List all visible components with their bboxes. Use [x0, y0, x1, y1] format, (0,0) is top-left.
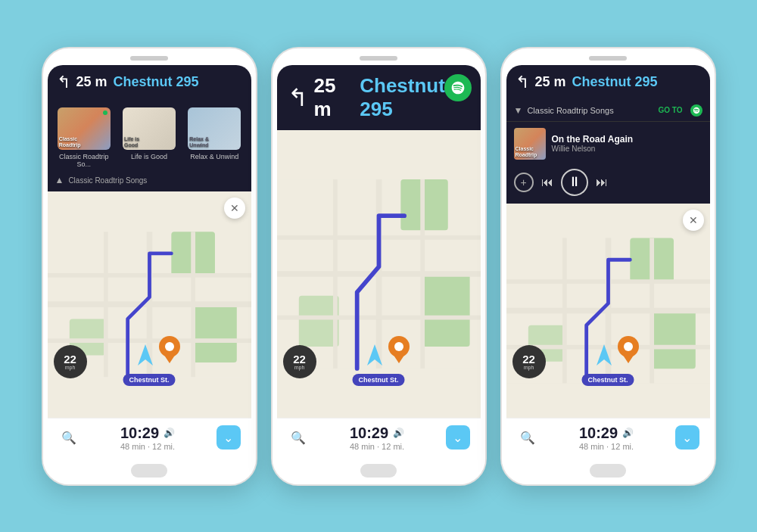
map-area-1: 22 mph Chestnut St. ✕ [48, 191, 251, 417]
home-btn-1[interactable] [131, 464, 167, 478]
chevron-up-icon-1: ▲ [55, 175, 64, 185]
spotify-panel-1: ClassicRoadtrip Classic Roadtrip So... L… [48, 100, 251, 192]
street-label-1: Chestnut St. [123, 374, 176, 386]
map-area-2: 22 mph Chestnut St. [277, 130, 481, 418]
close-btn-1[interactable]: ✕ [224, 198, 245, 219]
eta-3: 48 min · 12 mi. [579, 442, 634, 451]
speed-bubble-1: 22 mph [54, 345, 87, 378]
speed-bubble-2: 22 mph [283, 345, 316, 378]
home-btn-3[interactable] [590, 464, 626, 478]
prev-btn[interactable]: ⏮ [541, 176, 553, 189]
playlist-thumb-0: ClassicRoadtrip [58, 107, 111, 150]
chevron-down-icon-spotify: ▼ [514, 105, 523, 116]
add-to-playlist-btn[interactable]: + [514, 173, 534, 192]
turn-icon-3: ↰ [516, 73, 529, 92]
svg-point-26 [394, 342, 403, 351]
thumb-text-2: Relax &Unwind [189, 136, 209, 148]
street-label-3: Chestnut St. [582, 374, 634, 386]
spotify-green-icon[interactable] [690, 104, 702, 117]
search-icon-2[interactable]: 🔍 [288, 427, 309, 448]
spotify-badge-2[interactable] [444, 74, 472, 101]
next-btn[interactable]: ⏭ [596, 176, 608, 189]
svg-marker-41 [622, 354, 634, 363]
svg-marker-27 [393, 354, 405, 363]
map-area-3: 22 mph Chestnut St. ✕ [506, 204, 710, 418]
phone-1: ↰ 25 m Chestnut 295 ClassicRoadtrip Clas… [42, 47, 257, 486]
phone-speaker-1 [130, 56, 168, 61]
svg-marker-10 [138, 344, 153, 366]
nav-header-3: ↰ 25 m Chestnut 295 [506, 65, 710, 100]
playlist-item-2[interactable]: Relax &Unwind Relax & Unwind [187, 107, 241, 170]
nav-arrow-3 [597, 344, 612, 369]
bottom-bar-1: 🔍 10:29 🔊 48 min · 12 mi. ⌄ [48, 418, 251, 457]
controls-row: + ⏮ ⏸ ⏭ [506, 166, 710, 204]
search-icon-1[interactable]: 🔍 [58, 427, 79, 448]
svg-marker-13 [164, 354, 176, 363]
svg-marker-24 [367, 344, 382, 366]
svg-rect-17 [422, 274, 469, 347]
time-1: 10:29 [120, 425, 159, 442]
song-thumb: ClassicRoadtrip [514, 128, 546, 160]
thumb-text-0: ClassicRoadtrip [59, 136, 81, 148]
nav-arrow-2 [367, 344, 382, 369]
location-pin-3 [618, 336, 639, 366]
speed-num-1: 22 [64, 353, 76, 365]
time-block-3: 10:29 🔊 48 min · 12 mi. [579, 425, 634, 451]
phone-bottom-2 [273, 457, 485, 484]
playlist-row: ClassicRoadtrip Classic Roadtrip So... L… [55, 107, 244, 170]
playlist-item-1[interactable]: Life isGood Life is Good [122, 107, 176, 170]
go-to-spotify[interactable]: GO TO [658, 106, 682, 114]
song-row: ClassicRoadtrip On the Road Again Willie… [506, 122, 710, 166]
playlist-thumb-2: Relax &Unwind [188, 107, 241, 150]
playlist-label-1: Life is Good [131, 153, 167, 161]
distance-1: 25 m [76, 74, 107, 90]
spotify-panel-3: ▼ Classic Roadtrip Songs GO TO ClassicRo… [506, 100, 710, 204]
chevron-down-btn-1[interactable]: ⌄ [217, 425, 241, 450]
song-thumb-text: ClassicRoadtrip [516, 146, 537, 157]
distance-2: 25 m [314, 74, 354, 121]
playing-dot [103, 110, 107, 115]
chevron-down-btn-3[interactable]: ⌄ [675, 425, 699, 450]
speed-unit-1: mph [65, 365, 76, 370]
sound-icon-2: 🔊 [393, 428, 404, 438]
playlist-thumb-1: Life isGood [123, 107, 176, 150]
svg-rect-3 [193, 304, 237, 362]
speed-num-3: 22 [522, 353, 535, 365]
close-btn-3[interactable]: ✕ [683, 210, 704, 231]
playlist-name-3: Classic Roadtrip Songs [527, 106, 653, 115]
phone-inner-2: ↰ 25 m Chestnut 295 [277, 65, 481, 457]
speed-bubble-3: 22 mph [512, 345, 546, 378]
time-2: 10:29 [350, 425, 388, 442]
svg-marker-38 [597, 344, 612, 366]
search-icon-3[interactable]: 🔍 [517, 427, 538, 448]
street-name-3: Chestnut 295 [572, 74, 658, 90]
distance-3: 25 m [535, 74, 566, 90]
now-playing-label-1: Classic Roadtrip Songs [68, 176, 147, 185]
eta-1: 48 min · 12 mi. [120, 442, 175, 451]
spotify-top-bar: ▼ Classic Roadtrip Songs GO TO [506, 100, 710, 122]
phone-inner-1: ↰ 25 m Chestnut 295 ClassicRoadtrip Clas… [48, 65, 251, 457]
time-block-2: 10:29 🔊 48 min · 12 mi. [350, 425, 404, 451]
phone-speaker-3 [589, 56, 627, 61]
eta-2: 48 min · 12 mi. [350, 442, 404, 451]
turn-icon-1: ↰ [57, 73, 70, 92]
bottom-bar-3: 🔍 10:29 🔊 48 min · 12 mi. ⌄ [506, 418, 710, 457]
nav-arrow-1 [138, 344, 153, 369]
home-btn-2[interactable] [360, 464, 397, 478]
play-pause-btn[interactable]: ⏸ [561, 169, 588, 196]
svg-rect-16 [298, 295, 338, 346]
song-title: On the Road Again [552, 134, 634, 145]
location-pin-1 [159, 336, 180, 366]
nav-header-1: ↰ 25 m Chestnut 295 [48, 65, 251, 100]
svg-point-12 [165, 342, 174, 351]
svg-rect-31 [652, 310, 696, 369]
playlist-item-0[interactable]: ClassicRoadtrip Classic Roadtrip So... [57, 107, 111, 170]
phone-bottom-3 [502, 457, 715, 484]
phone-2: ↰ 25 m Chestnut 295 [271, 47, 487, 486]
chevron-down-btn-2[interactable]: ⌄ [446, 425, 470, 450]
turn-row-2: ↰ 25 m Chestnut 295 [288, 74, 470, 121]
phone-inner-3: ↰ 25 m Chestnut 295 ▼ Classic Roadtrip S… [506, 65, 710, 457]
svg-point-40 [624, 342, 633, 351]
phone-bottom-1 [43, 457, 256, 484]
playlist-label-2: Relax & Unwind [190, 153, 238, 161]
